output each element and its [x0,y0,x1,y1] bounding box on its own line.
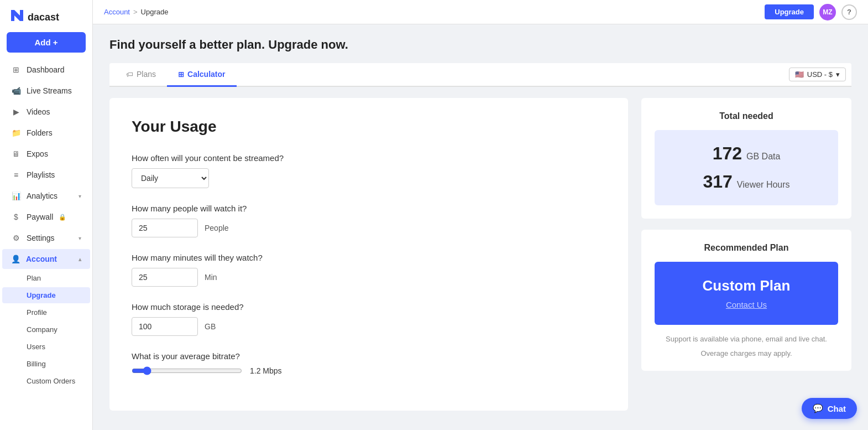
bitrate-slider[interactable] [132,366,242,375]
logo-text: dacast [28,12,59,23]
usage-title: Your Usage [132,118,606,136]
sidebar-subitem-custom-orders[interactable]: Custom Orders [2,373,90,389]
currency-selector[interactable]: 🇺🇸 USD - $ ▾ [789,68,846,81]
minutes-input-row: Min [132,268,606,287]
sidebar-item-live-streams[interactable]: 📹 Live Streams [2,81,90,101]
sidebar-item-label: Dashboard [27,65,65,74]
viewer-hours-stat-row: 317 Viewer Hours [671,172,822,192]
upgrade-header-button[interactable]: Upgrade [765,4,814,19]
analytics-expand-icon: ▾ [79,193,81,199]
sidebar-item-playlists[interactable]: ≡ Playlists [2,165,90,185]
storage-input[interactable] [132,317,198,336]
overage-text: Overage charges may apply. [655,349,838,358]
sidebar-subitem-upgrade[interactable]: Upgrade [2,287,90,303]
settings-expand-icon: ▾ [79,235,81,241]
sidebar-subitem-company[interactable]: Company [2,322,90,338]
logo-icon [9,9,24,25]
page-title: Find yourself a better plan. Upgrade now… [109,38,851,52]
logo-area: dacast [0,0,92,32]
account-icon: 👤 [11,255,20,263]
add-button[interactable]: Add + [7,32,86,53]
viewers-input-row: People [132,219,606,237]
sidebar-item-label: Settings [27,234,55,242]
breadcrumb: Account > Upgrade [104,8,168,16]
sidebar-item-label: Paywall [27,213,53,221]
total-needed-title: Total needed [655,111,838,121]
help-icon[interactable]: ? [841,4,857,20]
frequency-group: How often will your content be streamed?… [132,153,606,188]
breadcrumb-account[interactable]: Account [104,8,130,16]
chat-icon: 💬 [813,403,823,413]
frequency-select[interactable]: Daily Weekly Monthly [132,168,209,188]
storage-input-row: GB [132,317,606,336]
storage-label: How much storage is needed? [132,302,606,312]
billing-label: Billing [27,360,46,368]
account-expand-icon: ▴ [79,256,81,262]
bitrate-label: What is your average bitrate? [132,351,606,361]
viewer-hours-unit: Viewer Hours [737,180,790,190]
expos-icon: 🖥 [11,149,21,158]
calculator-tab-icon: ⊞ [178,70,184,79]
main-area: Account > Upgrade Upgrade MZ ? Find your… [93,0,868,430]
tab-calculator[interactable]: ⊞ Calculator [167,63,236,87]
currency-flag: 🇺🇸 [795,70,804,79]
tab-plans[interactable]: 🏷 Plans [115,63,167,87]
videos-icon: ▶ [11,107,21,116]
contact-us-link[interactable]: Contact Us [666,300,827,309]
calculator-tab-label: Calculator [187,70,225,79]
sidebar-item-analytics[interactable]: 📊 Analytics ▾ [2,186,90,206]
sidebar-item-label: Account [26,255,57,263]
right-panel: Total needed 172 GB Data 317 Viewer Hour… [641,98,851,411]
sidebar-item-label: Live Streams [27,86,72,95]
sidebar-item-label: Playlists [27,170,55,179]
minutes-input[interactable] [132,268,198,287]
bitrate-unit: Mbps [263,366,281,375]
sidebar-item-expos[interactable]: 🖥 Expos [2,144,90,164]
sidebar-item-settings[interactable]: ⚙ Settings ▾ [2,228,90,248]
sidebar-subitem-profile[interactable]: Profile [2,304,90,320]
data-unit: GB Data [746,152,780,162]
data-amount: 172 [713,143,742,164]
sidebar-item-label: Analytics [27,191,57,200]
logo: dacast [9,9,59,25]
sidebar-subitem-billing[interactable]: Billing [2,356,90,372]
viewers-label: How many people will watch it? [132,204,606,213]
sidebar-item-label: Folders [27,128,53,137]
viewers-input[interactable] [132,219,198,237]
data-stat-row: 172 GB Data [671,143,822,164]
profile-label: Profile [27,308,47,317]
usage-panel: Your Usage How often will your content b… [109,98,628,411]
topbar: Account > Upgrade Upgrade MZ ? [93,0,868,24]
chat-label: Chat [828,404,846,413]
plans-tab-icon: 🏷 [126,70,133,79]
stats-box: 172 GB Data 317 Viewer Hours [655,130,838,205]
bitrate-group: What is your average bitrate? 1.2 Mbps [132,351,606,375]
bitrate-display: 1.2 Mbps [250,366,282,375]
avatar[interactable]: MZ [819,4,836,20]
sidebar-item-paywall[interactable]: $ Paywall 🔒 [2,207,90,227]
live-streams-icon: 📹 [11,86,21,95]
sidebar-subitem-users[interactable]: Users [2,339,90,355]
custom-orders-label: Custom Orders [27,377,75,385]
sidebar: dacast Add + ⊞ Dashboard 📹 Live Streams … [0,0,93,430]
folders-icon: 📁 [11,128,21,137]
chat-button[interactable]: 💬 Chat [802,398,857,419]
sidebar-item-account[interactable]: 👤 Account ▴ [2,249,90,269]
paywall-icon: $ [11,213,21,221]
frequency-label: How often will your content be streamed? [132,153,606,163]
sidebar-item-folders[interactable]: 📁 Folders [2,123,90,143]
company-label: Company [27,325,57,334]
svg-marker-0 [11,10,23,21]
storage-unit: GB [205,322,216,331]
settings-icon: ⚙ [11,234,21,242]
bitrate-slider-row: 1.2 Mbps [132,366,606,375]
storage-group: How much storage is needed? GB [132,302,606,336]
sidebar-item-videos[interactable]: ▶ Videos [2,102,90,122]
topbar-actions: Upgrade MZ ? [765,4,857,20]
breadcrumb-current: Upgrade [141,8,169,16]
sidebar-item-dashboard[interactable]: ⊞ Dashboard [2,60,90,80]
currency-label: USD - $ [807,70,833,79]
page-content: Find yourself a better plan. Upgrade now… [93,24,868,430]
custom-plan-card[interactable]: Custom Plan Contact Us [655,262,838,325]
sidebar-subitem-plan[interactable]: Plan [2,270,90,286]
